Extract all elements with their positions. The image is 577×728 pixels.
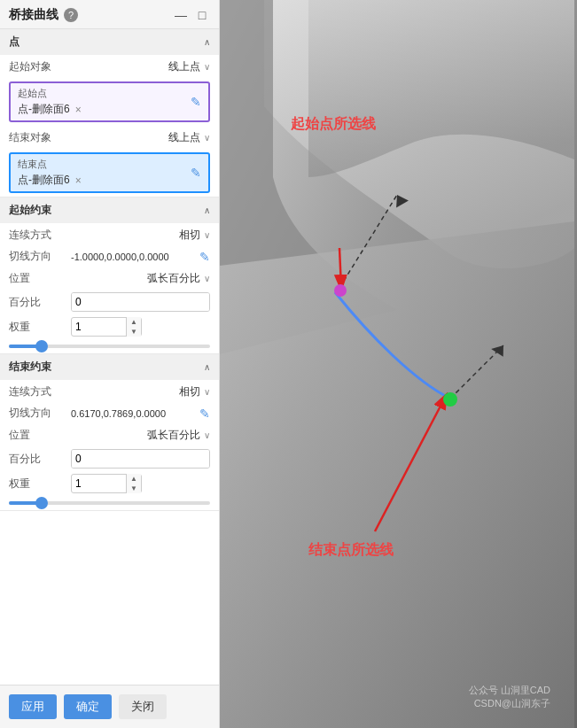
start-continuity-value: 相切 <box>179 228 200 243</box>
end-weight-up[interactable]: ▲ <box>127 474 141 484</box>
start-point-box: 起始点 点-删除面6 × ✎ <box>9 81 210 122</box>
start-position-label: 位置 <box>9 271 71 286</box>
minimize-button[interactable]: — <box>173 7 189 23</box>
end-point-value-row: 点-删除面6 × <box>18 173 183 188</box>
end-direction-row: 切线方向 0.6170,0.7869,0.0000 ✎ <box>0 403 219 423</box>
start-weight-row: 权重 ▲ ▼ <box>0 314 219 339</box>
start-percent-row: 百分比 % ▲ ▼ <box>0 290 219 314</box>
watermark: 公众号 山洞里CAD CSDN@山洞东子 <box>469 684 550 710</box>
end-slider-thumb[interactable] <box>35 497 48 509</box>
start-direction-edit-icon[interactable]: ✎ <box>199 250 210 264</box>
start-object-value: 线上点 <box>168 59 200 74</box>
start-slider-thumb[interactable] <box>35 340 48 352</box>
end-slider-row[interactable] <box>0 496 219 510</box>
start-point-clear[interactable]: × <box>75 104 82 116</box>
start-object-label: 起始对象 <box>9 59 71 74</box>
close-button[interactable]: 关闭 <box>119 694 167 719</box>
start-weight-input[interactable] <box>72 321 126 333</box>
end-direction-value: 0.6170,0.7869,0.0000 <box>71 408 196 419</box>
end-weight-down[interactable]: ▼ <box>127 484 141 493</box>
start-direction-row: 切线方向 -1.0000,0.0000,0.0000 ✎ <box>0 246 219 267</box>
end-weight-input[interactable] <box>72 477 126 490</box>
end-position-select[interactable]: 弧长百分比 ∨ <box>71 428 210 443</box>
end-continuity-select[interactable]: 相切 ∨ <box>71 384 210 399</box>
end-object-value: 线上点 <box>168 130 200 145</box>
left-panel: 桥接曲线 ? — □ 点 ∧ 起始对象 线上点 ∨ 起始点 点-删除面6 <box>0 0 220 728</box>
start-direction-label: 切线方向 <box>9 249 71 264</box>
watermark-line2: CSDN@山洞东子 <box>469 697 550 710</box>
end-percent-label: 百分比 <box>9 452 71 467</box>
end-point-label: 结束点 <box>18 158 183 171</box>
end-position-label: 位置 <box>9 428 71 443</box>
start-constraint-chevron: ∧ <box>204 205 210 215</box>
svg-point-7 <box>334 284 347 297</box>
start-weight-input-wrapper: ▲ ▼ <box>71 317 142 337</box>
start-slider-fill <box>9 345 39 348</box>
start-point-edit-icon[interactable]: ✎ <box>191 95 201 109</box>
start-object-select[interactable]: 线上点 ∨ <box>71 59 210 74</box>
end-slider-fill <box>9 501 39 505</box>
start-position-select[interactable]: 弧长百分比 ∨ <box>71 271 210 286</box>
start-weight-down[interactable]: ▼ <box>127 327 141 337</box>
annotation-start-label: 起始点所选线 <box>291 116 376 131</box>
maximize-button[interactable]: □ <box>194 7 210 23</box>
start-percent-input[interactable] <box>72 293 210 311</box>
start-constraint-section: 起始约束 ∧ 连续方式 相切 ∨ 切线方向 -1.0000,0.0000,0.0… <box>0 197 219 354</box>
start-continuity-arrow: ∨ <box>204 230 210 240</box>
start-percent-input-wrapper: % ▲ ▼ <box>71 292 210 312</box>
end-percent-row: 百分比 % ▲ ▼ <box>0 446 219 471</box>
end-constraint-title: 结束约束 <box>9 360 51 375</box>
end-continuity-arrow: ∨ <box>204 387 210 397</box>
end-point-box: 结束点 点-删除面6 × ✎ <box>9 152 210 193</box>
viewport-svg <box>220 0 577 728</box>
end-percent-input-wrapper: % ▲ ▼ <box>71 449 210 469</box>
start-slider-row[interactable] <box>0 339 219 353</box>
annotation-end-label: 结束点所选线 <box>308 542 394 557</box>
start-continuity-label: 连续方式 <box>9 228 71 243</box>
point-section-title: 点 <box>9 35 19 50</box>
start-position-value: 弧长百分比 <box>147 271 200 286</box>
end-percent-input[interactable] <box>72 450 210 468</box>
end-point-value: 点-删除面6 <box>18 173 70 188</box>
start-continuity-select[interactable]: 相切 ∨ <box>71 228 210 243</box>
start-position-row: 位置 弧长百分比 ∨ <box>0 267 219 290</box>
start-continuity-row: 连续方式 相切 ∨ <box>0 223 219 246</box>
right-panel[interactable]: 起始点所选线 结束点所选线 公众号 山洞里CAD CSDN@山洞东子 <box>220 0 577 728</box>
start-point-value-row: 点-删除面6 × <box>18 102 183 117</box>
help-icon[interactable]: ? <box>64 8 78 22</box>
panel-title-area: 桥接曲线 ? <box>9 7 78 23</box>
confirm-button[interactable]: 确定 <box>64 694 112 719</box>
end-object-select[interactable]: 线上点 ∨ <box>71 130 210 145</box>
start-constraint-title: 起始约束 <box>9 203 51 218</box>
svg-point-8 <box>443 392 457 407</box>
viewport: 起始点所选线 结束点所选线 公众号 山洞里CAD CSDN@山洞东子 <box>220 0 577 728</box>
apply-button[interactable]: 应用 <box>9 694 57 719</box>
end-constraint-header[interactable]: 结束约束 ∧ <box>0 354 219 380</box>
end-constraint-chevron: ∧ <box>204 362 210 372</box>
start-weight-up[interactable]: ▲ <box>127 317 141 327</box>
end-point-content: 结束点 点-删除面6 × <box>18 158 183 188</box>
end-point-edit-icon[interactable]: ✎ <box>191 166 201 180</box>
panel-header-icons: — □ <box>173 7 210 23</box>
start-point-content: 起始点 点-删除面6 × <box>18 87 183 117</box>
start-slider-track <box>9 345 210 348</box>
end-constraint-section: 结束约束 ∧ 连续方式 相切 ∨ 切线方向 0.6170,0.7869,0.00… <box>0 354 219 511</box>
panel-title: 桥接曲线 <box>9 7 58 23</box>
start-percent-label: 百分比 <box>9 295 71 310</box>
point-section-header[interactable]: 点 ∧ <box>0 29 219 55</box>
watermark-line1: 公众号 山洞里CAD <box>469 684 550 697</box>
end-continuity-row: 连续方式 相切 ∨ <box>0 380 219 403</box>
start-point-label: 起始点 <box>18 87 183 100</box>
start-constraint-header[interactable]: 起始约束 ∧ <box>0 197 219 223</box>
end-weight-label: 权重 <box>9 476 71 492</box>
end-direction-edit-icon[interactable]: ✎ <box>199 407 210 421</box>
end-point-clear[interactable]: × <box>75 174 82 187</box>
end-object-row: 结束对象 线上点 ∨ <box>0 126 219 149</box>
end-weight-spinners: ▲ ▼ <box>126 474 141 493</box>
end-slider-track <box>9 501 210 505</box>
end-position-value: 弧长百分比 <box>147 428 200 443</box>
start-point-value: 点-删除面6 <box>18 102 70 117</box>
end-continuity-value: 相切 <box>179 384 200 399</box>
start-weight-label: 权重 <box>9 320 71 335</box>
panel-header: 桥接曲线 ? — □ <box>0 0 219 29</box>
